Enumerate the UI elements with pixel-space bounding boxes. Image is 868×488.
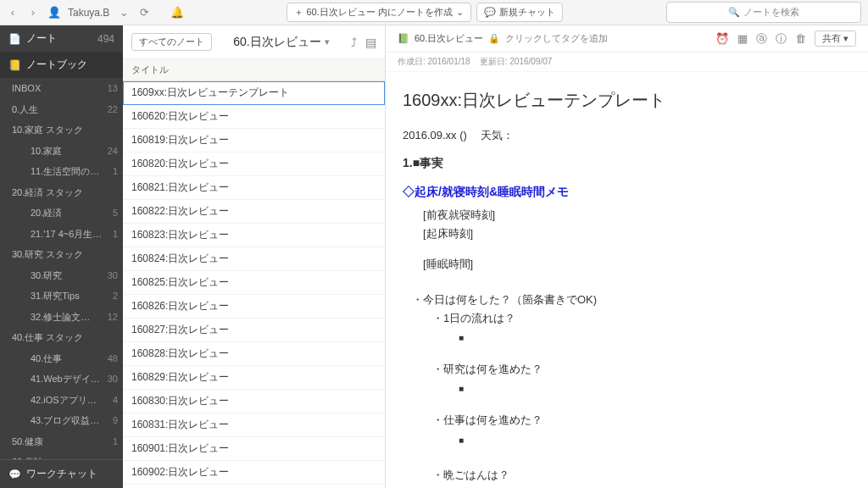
- sidebar-item-13[interactable]: 40.仕事48: [0, 348, 123, 369]
- reminder-icon[interactable]: ⏰: [715, 32, 729, 45]
- list-actions: ⤴ ▤: [351, 36, 376, 49]
- note-breadcrumb[interactable]: 60.日次レビュー: [415, 32, 483, 45]
- trash-icon[interactable]: 🗑: [795, 32, 806, 45]
- new-chat-label: 新規チャット: [499, 6, 555, 19]
- sidebar-item-label: INBOX: [12, 81, 41, 96]
- sidebar-item-count: 12: [108, 310, 118, 324]
- notebook-icon: 📒: [8, 59, 21, 71]
- note-row-15[interactable]: 160901:日次レビュー: [123, 437, 385, 461]
- sidebar-item-5[interactable]: ⌄20.経済 スタック: [0, 182, 123, 203]
- chevron-down-icon: ⌄: [456, 7, 464, 18]
- sidebar-item-label: 32.修士論文…: [31, 310, 90, 324]
- annotate-icon[interactable]: ⓐ: [756, 31, 767, 47]
- note-row-0[interactable]: 1609xx:日次レビューテンプレート: [123, 81, 385, 105]
- sidebar-item-14[interactable]: 41.Webデザイ…30: [0, 369, 123, 390]
- toolbar-left: ‹ › 👤 Takuya.B ⌄ ⟳ 🔔: [7, 6, 182, 19]
- note-row-12[interactable]: 160829:日次レビュー: [123, 366, 385, 390]
- note-row-16[interactable]: 160902:日次レビュー: [123, 461, 385, 485]
- note-row-7[interactable]: 160824:日次レビュー: [123, 247, 385, 271]
- q2: 研究は何を進めた？: [403, 360, 851, 379]
- sidebar-list: INBOX130.人生22⌄10.家庭 スタック10.家庭2411.生活空間の……: [0, 78, 123, 459]
- notebook-icon: 📗: [398, 33, 409, 44]
- sidebar-item-label: 40.仕事: [31, 352, 62, 366]
- chat-icon: 💬: [484, 7, 496, 18]
- sidebar-item-11[interactable]: 32.修士論文…12: [0, 307, 123, 328]
- note-row-2[interactable]: 160819:日次レビュー: [123, 129, 385, 152]
- note-body[interactable]: 1609xx:日次レビューテンプレート 2016.09.xx () 天気： 1.…: [386, 72, 868, 488]
- note-row-5[interactable]: 160822:日次レビュー: [123, 200, 385, 224]
- sidebar-item-count: 1: [113, 227, 118, 241]
- present-icon[interactable]: ▦: [737, 32, 748, 45]
- sidebar-item-3[interactable]: 10.家庭24: [0, 141, 123, 162]
- sidebar-item-15[interactable]: 42.iOSアプリ…4: [0, 390, 123, 411]
- sidebar-workchat[interactable]: 💬 ワークチャット: [0, 459, 123, 488]
- sidebar-item-count: 30: [108, 269, 118, 283]
- note-dates: 作成日: 2016/01/18 更新日: 2016/09/07: [386, 53, 868, 72]
- new-chat-button[interactable]: 💬 新規チャット: [476, 3, 563, 22]
- sidebar-item-count: 13: [108, 81, 118, 96]
- note-row-17[interactable]: 160903:日次レビュー: [123, 485, 385, 488]
- new-note-button[interactable]: ＋ 60.日次レビュー 内にノートを作成 ⌄: [287, 3, 471, 22]
- note-row-9[interactable]: 160826:日次レビュー: [123, 295, 385, 319]
- notebooks-label: ノートブック: [26, 58, 87, 72]
- list-scope-button[interactable]: すべてのノート: [131, 33, 212, 51]
- user-dropdown-icon[interactable]: ⌄: [118, 6, 130, 19]
- sq4: [403, 485, 851, 488]
- share-icon[interactable]: ⤴: [351, 36, 357, 49]
- sidebar-notebooks-header[interactable]: 📒 ノートブック: [0, 52, 123, 78]
- note-row-8[interactable]: 160825:日次レビュー: [123, 271, 385, 295]
- sq2: [403, 379, 851, 397]
- note-title[interactable]: 1609xx:日次レビューテンプレート: [403, 86, 851, 114]
- sidebar-item-4[interactable]: 11.生活空間の…1: [0, 161, 123, 182]
- note-row-4[interactable]: 160821:日次レビュー: [123, 176, 385, 200]
- sidebar-item-17[interactable]: 50.健康1: [0, 431, 123, 452]
- tag-hint[interactable]: クリックしてタグを追加: [505, 32, 608, 45]
- sidebar-item-9[interactable]: 30.研究30: [0, 265, 123, 286]
- share-button[interactable]: 共有 ▾: [815, 30, 856, 47]
- note-header-right: ⏰ ▦ ⓐ ⓘ 🗑 共有 ▾: [715, 30, 856, 47]
- activity-icon[interactable]: 🔔: [170, 6, 182, 19]
- toolbar-right: 🔍 ノートを検索: [666, 2, 861, 23]
- nav-back-icon[interactable]: ‹: [7, 6, 19, 19]
- sidebar-item-label: 41.Webデザイ…: [31, 372, 100, 386]
- sidebar-item-label: 10.家庭: [31, 144, 62, 158]
- user-icon[interactable]: 👤: [47, 6, 59, 19]
- notes-label: ノート: [26, 31, 57, 46]
- sidebar-item-2[interactable]: ⌄10.家庭 スタック: [0, 119, 123, 141]
- sync-icon[interactable]: ⟳: [138, 6, 150, 19]
- layout-icon[interactable]: ▤: [365, 36, 376, 49]
- sidebar-item-0[interactable]: INBOX13: [0, 78, 123, 99]
- memo-3: [睡眠時間]: [403, 255, 851, 274]
- list-title[interactable]: 60.日次レビュー ▾: [233, 35, 329, 50]
- sidebar-item-12[interactable]: ⌄40.仕事 スタック: [0, 327, 123, 348]
- sidebar-item-label: 30.研究: [31, 269, 62, 283]
- workchat-icon: 💬: [8, 469, 21, 480]
- sidebar-item-1[interactable]: 0.人生22: [0, 99, 123, 120]
- info-icon[interactable]: ⓘ: [776, 31, 787, 47]
- nav-fwd-icon[interactable]: ›: [27, 6, 39, 19]
- note-row-1[interactable]: 160620:日次レビュー: [123, 105, 385, 129]
- sidebar-item-6[interactable]: 20.経済5: [0, 202, 123, 224]
- search-input[interactable]: 🔍 ノートを検索: [666, 2, 861, 23]
- sidebar-item-count: 30: [108, 372, 118, 386]
- list-column-header[interactable]: タイトル: [123, 59, 385, 81]
- sidebar-item-count: 24: [108, 144, 118, 158]
- user-name[interactable]: Takuya.B: [68, 7, 109, 19]
- note-header: 📗 60.日次レビュー 🔒 クリックしてタグを追加 ⏰ ▦ ⓐ ⓘ 🗑 共有 ▾: [386, 25, 868, 53]
- sidebar-item-7[interactable]: 21.'17 4~6月生…1: [0, 224, 123, 245]
- sidebar-item-label: 42.iOSアプリ…: [31, 393, 97, 408]
- note-row-14[interactable]: 160831:日次レビュー: [123, 413, 385, 437]
- sidebar-item-18[interactable]: 60.趣味: [0, 452, 123, 459]
- note-row-3[interactable]: 160820:日次レビュー: [123, 152, 385, 176]
- sidebar-notes-header[interactable]: 📄 ノート 494: [0, 25, 123, 52]
- sidebar-item-16[interactable]: 43.ブログ収益…9: [0, 410, 123, 431]
- q3: 仕事は何を進めた？: [403, 411, 851, 430]
- note-row-11[interactable]: 160828:日次レビュー: [123, 342, 385, 366]
- sidebar-item-10[interactable]: 31.研究Tips2: [0, 286, 123, 307]
- note-row-10[interactable]: 160827:日次レビュー: [123, 319, 385, 342]
- note-row-6[interactable]: 160823:日次レビュー: [123, 224, 385, 247]
- sidebar-item-8[interactable]: ⌄30.研究 スタック: [0, 244, 123, 265]
- note-row-13[interactable]: 160830:日次レビュー: [123, 390, 385, 413]
- sidebar-item-label: 11.生活空間の…: [31, 164, 99, 179]
- chevron-down-icon: ⌄: [12, 125, 19, 136]
